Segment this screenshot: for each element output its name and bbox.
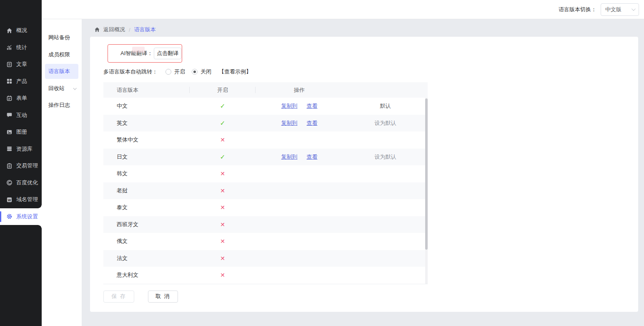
header-language: 语言版本: [103, 82, 190, 98]
home-icon: [94, 27, 100, 33]
header-enabled: 开启: [190, 82, 256, 98]
sidebar-item-domains[interactable]: W域名管理: [0, 191, 42, 208]
sidebar-item-label: 产品: [16, 78, 27, 85]
language-name: 中文: [103, 102, 190, 110]
copy-to-link[interactable]: 复制到: [281, 153, 298, 161]
language-settings-card: AI智能翻译： 点击翻译 多语言版本自动跳转： 开启 关闭 【查看示例】 语言版…: [90, 37, 638, 312]
disabled-cross-icon: ✕: [220, 170, 225, 177]
sidebar-item-articles[interactable]: 文章: [0, 56, 42, 73]
table-row: 韩文✕: [103, 165, 428, 182]
image-icon: [6, 129, 13, 135]
cancel-button[interactable]: 取 消: [148, 291, 178, 303]
faded-badge: [132, 47, 145, 53]
language-name: 意大利文: [103, 271, 190, 279]
disabled-cross-icon: ✕: [220, 272, 225, 278]
submenu-item-operation-log[interactable]: 操作日志: [45, 97, 78, 114]
language-name: 泰文: [103, 204, 190, 211]
breadcrumb-separator: /: [129, 27, 130, 33]
language-table-body: 中文✓复制到查看默认英文✓复制到查看设为默认繁体中文✕日文✓复制到查看设为默认韩…: [103, 98, 428, 284]
sidebar-item-label: 表单: [16, 94, 27, 102]
radio-on-label: 开启: [174, 68, 185, 76]
submenu-nav: 网站备份成员权限语言版本回收站操作日志: [42, 29, 82, 114]
table-row: 俄文✕: [103, 233, 428, 250]
view-example-link[interactable]: 【查看示例】: [219, 68, 251, 76]
disabled-cross-icon: ✕: [220, 187, 225, 194]
table-row: 繁体中文✕: [103, 131, 428, 149]
sidebar-item-forms[interactable]: 表单: [0, 90, 42, 107]
sidebar-item-gallery[interactable]: 图册: [0, 124, 42, 141]
default-label: 默认: [380, 103, 391, 109]
sidebar-item-interaction[interactable]: 互动: [0, 107, 42, 124]
table-row: 西班牙文✕: [103, 216, 428, 233]
save-button[interactable]: 保 存: [103, 291, 134, 303]
submenu-item-recycle-bin[interactable]: 回收站: [45, 80, 78, 97]
sidebar-item-label: 资源库: [16, 145, 33, 153]
settings-submenu: 网站备份成员权限语言版本回收站操作日志: [42, 19, 82, 326]
submenu-item-label: 语言版本: [48, 68, 70, 75]
clipboard-icon: [6, 163, 13, 169]
radio-off[interactable]: 关闭: [192, 68, 211, 76]
copy-to-link[interactable]: 复制到: [281, 102, 298, 110]
radio-on[interactable]: 开启: [165, 68, 185, 76]
breadcrumb-back[interactable]: 返回概况: [103, 26, 125, 33]
chevron-down-icon: [73, 86, 76, 90]
table-scrollbar-track[interactable]: [425, 98, 428, 284]
compass-icon: [6, 179, 13, 186]
enabled-check-icon: ✓: [220, 102, 226, 109]
gear-icon: [6, 213, 13, 220]
disabled-cross-icon: ✕: [220, 238, 225, 245]
disabled-cross-icon: ✕: [220, 221, 225, 228]
language-select-value: 中文版: [605, 6, 621, 13]
sidebar-item-products[interactable]: 产品: [0, 73, 42, 90]
language-name: 法文: [103, 255, 190, 262]
view-link[interactable]: 查看: [307, 119, 318, 127]
auto-jump-radio-group: 开启 关闭: [159, 68, 211, 76]
sidebar-item-label: 域名管理: [16, 196, 38, 203]
set-default-link[interactable]: 设为默认: [375, 154, 396, 160]
table-row: 意大利文✕: [103, 267, 428, 284]
language-switch-label: 语言版本切换：: [559, 6, 596, 13]
grid-icon: [6, 78, 13, 84]
primary-sidebar: 概况统计文章产品表单互动图册资源库交易管理百度优化W域名管理系统设置: [0, 0, 42, 326]
language-name: 英文: [103, 119, 190, 127]
language-table: 语言版本 开启 操作 中文✓复制到查看默认英文✓复制到查看设为默认繁体中文✕日文…: [103, 82, 428, 284]
header-empty: [343, 82, 428, 98]
footer-actions: 保 存 取 消: [103, 291, 638, 303]
database-icon: [6, 146, 13, 152]
set-default-link[interactable]: 设为默认: [375, 120, 396, 126]
table-row: 中文✓复制到查看默认: [103, 98, 428, 115]
view-link[interactable]: 查看: [307, 153, 318, 161]
sidebar-item-transactions[interactable]: 交易管理: [0, 157, 42, 174]
primary-nav: 概况统计文章产品表单互动图册资源库交易管理百度优化W域名管理系统设置: [0, 22, 42, 225]
table-row: 英文✓复制到查看设为默认: [103, 115, 428, 132]
table-scrollbar-thumb[interactable]: [425, 99, 428, 250]
language-name: 繁体中文: [103, 136, 190, 144]
sidebar-item-overview[interactable]: 概况: [0, 22, 42, 39]
home-icon: [6, 28, 13, 34]
w-badge-icon: W: [6, 197, 13, 203]
sidebar-item-settings[interactable]: 系统设置: [0, 208, 42, 225]
submenu-item-label: 网站备份: [48, 34, 70, 41]
table-row: 日文✓复制到查看设为默认: [103, 149, 428, 166]
sidebar-item-resources[interactable]: 资源库: [0, 141, 42, 158]
breadcrumb: 返回概况 / 语言版本: [82, 19, 644, 33]
table-row: 法文✕: [103, 250, 428, 267]
sidebar-item-stats[interactable]: 统计: [0, 39, 42, 56]
chevron-down-icon: [631, 7, 636, 11]
main-area: 返回概况 / 语言版本 AI智能翻译： 点击翻译 多语言版本自动跳转： 开启 关…: [82, 19, 644, 326]
language-name: 西班牙文: [103, 221, 190, 228]
submenu-item-site-backup[interactable]: 网站备份: [45, 29, 78, 46]
table-row: 老挝✕: [103, 182, 428, 200]
disabled-cross-icon: ✕: [220, 136, 225, 143]
view-link[interactable]: 查看: [307, 102, 318, 110]
submenu-item-member-rights[interactable]: 成员权限: [45, 46, 78, 63]
language-select[interactable]: 中文版: [601, 3, 639, 16]
svg-text:W: W: [8, 198, 11, 202]
article-icon: [6, 61, 13, 68]
ai-translate-button[interactable]: 点击翻译: [154, 48, 181, 59]
copy-to-link[interactable]: 复制到: [281, 119, 298, 127]
sidebar-item-baidu-seo[interactable]: 百度优化: [0, 174, 42, 192]
active-indicator: [0, 211, 1, 222]
sidebar-item-label: 统计: [16, 44, 27, 51]
submenu-item-language-version[interactable]: 语言版本: [45, 64, 78, 79]
